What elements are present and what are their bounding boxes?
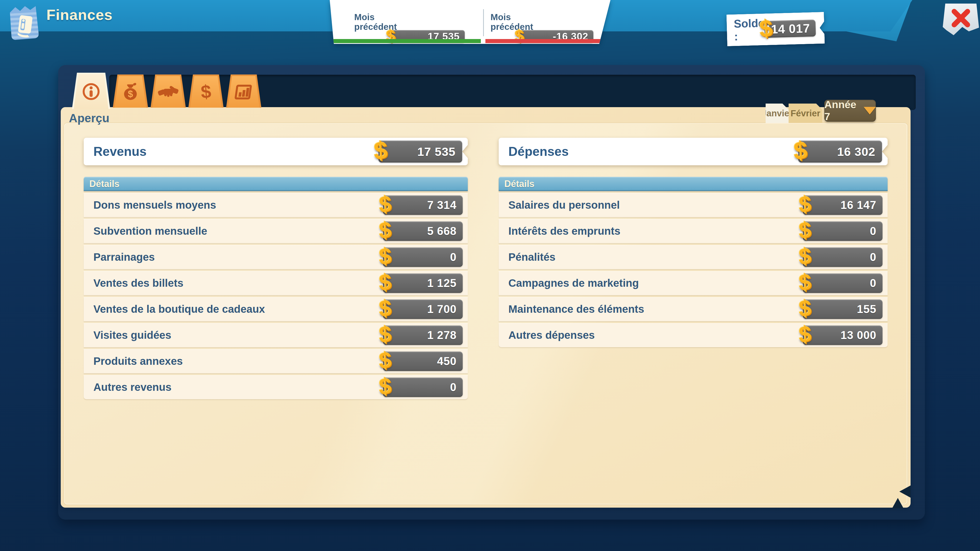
balance-value: $ 114 017 <box>764 20 816 38</box>
table-row: Pénalités $0 <box>499 245 888 269</box>
table-row: Autres dépenses $13 000 <box>499 323 888 347</box>
dollar-icon: $ <box>379 322 392 346</box>
depenses-header-card: Dépenses $ 16 302 <box>499 138 888 165</box>
handshake-icon <box>157 81 179 103</box>
panel-inner: Revenus $ 17 535 Détails Dons mensuels m… <box>64 123 907 505</box>
table-row: Maintenance des éléments $155 <box>499 297 888 321</box>
finance-screen: Finances Mois précédent $ 17 535 Mois pr… <box>0 0 980 551</box>
prev-month-expense-section: Mois précédent $ -16 302 <box>483 0 611 44</box>
table-row: Visites guidées $1 278 <box>84 323 468 347</box>
depenses-title: Dépenses <box>499 144 569 159</box>
info-icon <box>80 81 102 103</box>
table-row: Parrainages $0 <box>84 245 468 269</box>
frame-notch-bottom <box>892 498 904 508</box>
revenus-title: Revenus <box>84 144 146 159</box>
tab-dons[interactable]: $ <box>113 75 148 108</box>
close-icon <box>950 7 972 29</box>
table-row: Produits annexes $450 <box>84 349 468 373</box>
table-row: Autres revenus $0 <box>84 375 468 399</box>
prev-month-income-section: Mois précédent $ 17 535 <box>330 0 483 44</box>
svg-text:$: $ <box>128 89 133 99</box>
dollar-icon: $ <box>793 138 808 164</box>
table-row: Dons mensuels moyens $7 314 <box>84 193 468 217</box>
table-row: Subvention mensuelle $5 668 <box>84 219 468 243</box>
previous-month-banner: Mois précédent $ 17 535 Mois précédent $… <box>330 0 611 44</box>
revenus-rows: Dons mensuels moyens $7 314 Subvention m… <box>84 193 468 399</box>
dollar-icon: $ <box>798 322 812 346</box>
depenses-total: $ 16 302 <box>798 141 882 162</box>
dollar-icon: $ <box>379 192 392 216</box>
dollar-icon: $ <box>379 270 392 294</box>
table-row: Salaires du personnel $16 147 <box>499 193 888 217</box>
revenus-header-card: Revenus $ 17 535 <box>84 138 468 165</box>
money-bag-icon: $ <box>119 81 142 103</box>
tab-contrats[interactable] <box>151 75 186 108</box>
month-tab-janvier[interactable]: Janvier <box>765 103 789 123</box>
depenses-details-header: Détails <box>499 177 888 191</box>
dollar-icon: $ <box>373 138 388 164</box>
balance-banner: Solde : $ 114 017 <box>727 13 824 45</box>
tab-apercu[interactable] <box>72 73 110 109</box>
dollar-icon: $ <box>798 245 812 268</box>
page-title: Finances <box>46 6 113 23</box>
prev-month-expense-label: Mois précédent <box>490 12 533 32</box>
dollar-icon: $ <box>379 245 392 268</box>
dollar-icon: $ <box>379 375 392 398</box>
chevron-down-icon <box>864 107 876 114</box>
dollar-icon: $ <box>798 297 812 320</box>
dollar-icon: $ <box>759 16 773 41</box>
bar-chart-icon <box>233 81 255 103</box>
income-trend-bar <box>332 39 481 43</box>
dollar-icon: $ <box>379 297 392 320</box>
dollar-icon: $ <box>195 81 217 103</box>
dollar-icon: $ <box>798 270 812 294</box>
svg-text:$: $ <box>200 81 212 102</box>
month-tab-fevrier[interactable]: Février <box>789 103 822 123</box>
revenus-column: Revenus $ 17 535 Détails Dons mensuels m… <box>84 138 468 399</box>
dollar-icon: $ <box>798 192 812 216</box>
finances-book-icon <box>6 2 46 42</box>
dollar-icon: $ <box>798 218 812 242</box>
tab-bar: $ <box>72 75 261 109</box>
year-dropdown[interactable]: Année 7 <box>824 100 876 122</box>
overview-panel: Aperçu Janvier Février Année 7 Revenus $… <box>61 107 911 508</box>
dollar-icon: $ <box>379 218 392 242</box>
panel-title: Aperçu <box>69 111 109 125</box>
close-button[interactable] <box>943 3 979 35</box>
tab-statistiques[interactable] <box>226 75 261 108</box>
table-row: Ventes des billets $1 125 <box>84 271 468 295</box>
depenses-column: Dépenses $ 16 302 Détails Salaires du pe… <box>499 138 888 399</box>
frame-notch-right <box>899 486 911 498</box>
revenus-details-header: Détails <box>84 177 468 191</box>
table-row: Campagnes de marketing $0 <box>499 271 888 295</box>
expense-trend-bar <box>485 39 607 43</box>
table-row: Intérêts des emprunts $0 <box>499 219 888 243</box>
table-row: Ventes de la boutique de cadeaux $1 700 <box>84 297 468 321</box>
depenses-rows: Salaires du personnel $16 147 Intérêts d… <box>499 193 888 347</box>
tab-finances[interactable]: $ <box>188 75 224 108</box>
dollar-icon: $ <box>379 348 392 372</box>
revenus-total: $ 17 535 <box>379 141 462 162</box>
